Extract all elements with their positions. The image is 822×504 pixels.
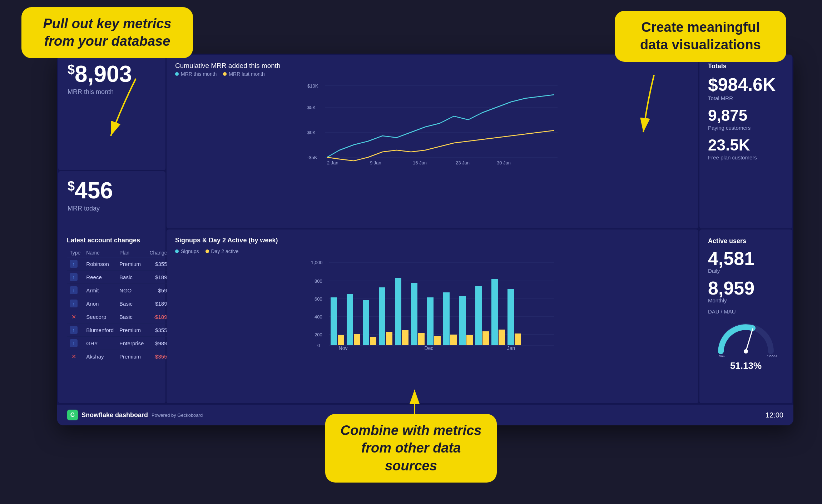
type-down-icon: ✕ — [70, 313, 78, 321]
svg-text:1,000: 1,000 — [311, 260, 323, 265]
line-chart-card: Cumulative MRR added this month MRR this… — [167, 55, 698, 228]
free-customers: 23.5K Free plan customers — [708, 137, 784, 160]
cell-name: Armit — [83, 284, 117, 297]
bar — [443, 292, 450, 345]
type-up-icon: ↑ — [70, 273, 78, 281]
table-row: ↑BlumenfordPremium$355 — [67, 323, 170, 337]
bar — [370, 337, 376, 345]
line-chart-title: Cumulative MRR added this month — [175, 62, 690, 70]
svg-text:$0K: $0K — [307, 130, 316, 135]
bar — [402, 330, 408, 345]
svg-text:600: 600 — [315, 296, 322, 302]
type-down-icon: ✕ — [70, 352, 78, 360]
svg-point-17 — [744, 349, 748, 354]
bar — [515, 333, 521, 345]
legend-dot-yellow — [223, 72, 227, 76]
bar — [347, 294, 353, 345]
svg-text:200: 200 — [315, 332, 322, 337]
type-up-icon: ↑ — [70, 300, 78, 307]
daily-value: 4,581 — [708, 249, 784, 268]
cell-plan: Enterprise — [117, 337, 147, 350]
monthly-users: 8,959 Monthly — [708, 279, 784, 303]
bar — [379, 287, 385, 345]
active-users-title: Active users — [708, 237, 784, 245]
cell-plan: Premium — [117, 257, 147, 271]
svg-text:Dec: Dec — [425, 345, 434, 351]
svg-text:400: 400 — [315, 314, 322, 320]
type-up-icon: ↑ — [70, 260, 78, 268]
cell-type: ↑ — [67, 323, 83, 337]
cell-name: Anon — [83, 297, 117, 310]
cell-type: ↑ — [67, 297, 83, 310]
account-changes-table: Type Name Plan Change ↑RobinsonPremium$3… — [67, 248, 170, 363]
paying-customers-label: Paying customers — [708, 125, 784, 131]
cell-plan: Premium — [117, 350, 147, 363]
gauge-svg: 0% 100% — [714, 317, 778, 357]
cell-name: Reece — [83, 271, 117, 284]
bar — [482, 331, 489, 345]
svg-text:9 Jan: 9 Jan — [370, 160, 381, 165]
bar — [418, 333, 425, 345]
svg-text:Jan: Jan — [507, 345, 515, 351]
col-type: Type — [67, 248, 83, 257]
table-row: ↑RobinsonPremium$355 — [67, 257, 170, 271]
table-row: ↑ArmitNGO$59 — [67, 284, 170, 297]
geckoboard-logo: G — [67, 410, 78, 420]
cell-plan: Basic — [117, 297, 147, 310]
active-users-card: Active users 4,581 Daily 8,959 Monthly D… — [699, 229, 792, 403]
cell-name: Seecorp — [83, 310, 117, 323]
table-row: ↑ReeceBasic$189 — [67, 271, 170, 284]
legend-this-month: MRR this month — [175, 71, 217, 77]
dashboard-name: Snowflake dashboard — [81, 411, 148, 419]
cell-name: Blumenford — [83, 323, 117, 337]
table-card: Latest account changes Type Name Plan Ch… — [58, 229, 165, 403]
bar — [491, 279, 498, 345]
dashboard-time: 12:00 — [766, 411, 783, 419]
cell-plan: Basic — [117, 271, 147, 284]
mrr-today-value: $456 — [68, 179, 156, 202]
svg-text:30 Jan: 30 Jan — [497, 160, 511, 165]
daily-users: 4,581 Daily — [708, 249, 784, 274]
type-up-icon: ↑ — [70, 286, 78, 294]
mrr-today-label: MRR today — [68, 205, 156, 212]
cell-name: GHY — [83, 337, 117, 350]
total-mrr-label: Total MRR — [708, 95, 784, 101]
table-row: ✕AkshayPremium-$355 — [67, 350, 170, 363]
cell-plan: Basic — [117, 310, 147, 323]
table-row: ↑AnonBasic$189 — [67, 297, 170, 310]
legend-label-last-month: MRR last month — [229, 71, 264, 77]
bar-legend-signups: Signups — [175, 248, 199, 254]
svg-line-16 — [746, 329, 753, 351]
svg-text:Nov: Nov — [339, 345, 348, 351]
bar — [459, 296, 466, 345]
legend-dot-blue — [175, 72, 179, 76]
legend-last-month: MRR last month — [223, 71, 264, 77]
table-title: Latest account changes — [67, 237, 157, 244]
bar — [354, 334, 360, 345]
callout-tl-text: Pull out key metrics from your database — [43, 16, 171, 49]
svg-text:800: 800 — [315, 278, 322, 284]
table-row: ↑GHYEnterprise$989 — [67, 337, 170, 350]
cell-name: Robinson — [83, 257, 117, 271]
bar — [434, 336, 441, 345]
bar — [331, 297, 337, 345]
bar-legend-label-signups: Signups — [181, 248, 199, 254]
cell-type: ↑ — [67, 284, 83, 297]
totals-title: Totals — [708, 63, 784, 70]
bar — [411, 283, 417, 345]
bar — [466, 335, 473, 345]
col-plan: Plan — [117, 248, 147, 257]
cell-plan: NGO — [117, 284, 147, 297]
gauge-container: 0% 100% 51.13% — [708, 317, 784, 371]
cell-type: ↑ — [67, 257, 83, 271]
cell-type: ✕ — [67, 350, 83, 363]
dau-mau-label: DAU / MAU — [708, 308, 784, 315]
free-customers-label: Free plan customers — [708, 154, 784, 160]
total-mrr-value: $984.6K — [708, 76, 784, 94]
line-chart-svg: $10K $5K $0K -$5K 2 Jan 9 Jan 16 Jan 23 … — [175, 80, 690, 166]
callout-bottom: Combine with metrics from other data sou… — [325, 414, 497, 483]
footer-brand: G Snowflake dashboard Powered by Geckobo… — [67, 410, 203, 420]
monthly-value: 8,959 — [708, 279, 784, 297]
bar-legend-d2: Day 2 active — [206, 248, 239, 254]
powered-by: Powered by Geckoboard — [152, 412, 203, 418]
